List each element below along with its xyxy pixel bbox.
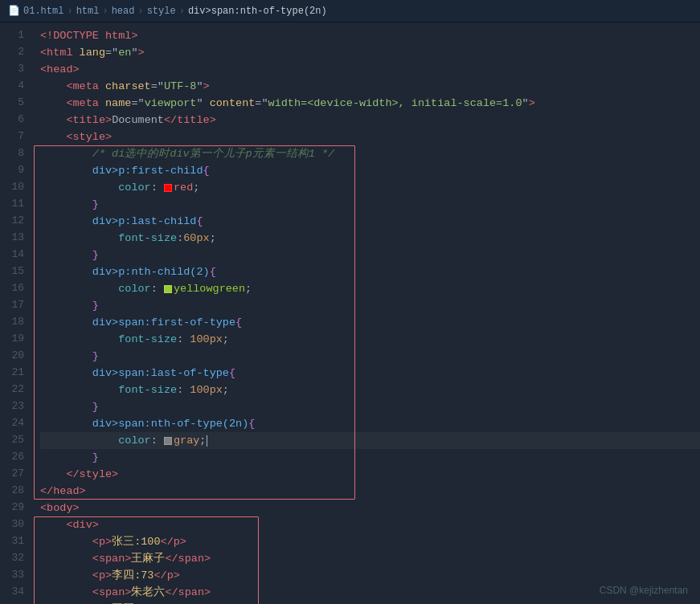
code-line-3: <head>: [40, 61, 700, 78]
code-line-25: color: gray;: [40, 432, 700, 449]
code-line-14: }: [40, 247, 700, 263]
code-line-8: /* di选中的时div第一个儿子p元素一结构1 */: [40, 145, 700, 162]
code-line-2: <html lang="en">: [40, 44, 700, 61]
code-line-22: font-size: 100px;: [40, 382, 700, 398]
code-line-26: }: [40, 449, 700, 466]
line-num-26: 26: [0, 449, 24, 466]
code-line-17: }: [40, 297, 700, 314]
code-line-24: div>span:nth-of-type(2n){: [40, 415, 700, 432]
doctype-tag: <!DOCTYPE html>: [40, 27, 138, 44]
line-num-9: 9: [0, 162, 24, 179]
line-num-35: 35: [0, 601, 24, 604]
line-num-2: 2: [0, 44, 24, 61]
code-line-28: </head>: [40, 483, 700, 500]
code-line-16: color: yellowgreen;: [40, 280, 700, 297]
code-line-33: <p>李四:73</p>: [40, 567, 700, 584]
line-numbers: 1 2 3 4 5 6 7 8 9 10 11 12 13 14 15 16 1…: [0, 22, 32, 604]
line-num-30: 30: [0, 516, 24, 533]
code-line-13: font-size:60px;: [40, 230, 700, 247]
code-line-9: div>p:first-child{: [40, 162, 700, 179]
code-line-18: div>span:first-of-type{: [40, 314, 700, 331]
code-line-20: }: [40, 348, 700, 365]
lang-attr: lang: [80, 44, 105, 61]
code-line-4: <meta charset="UTF-8">: [40, 78, 700, 95]
line-num-22: 22: [0, 382, 24, 398]
head-open: <head>: [40, 61, 80, 78]
line-num-29: 29: [0, 500, 24, 516]
breadcrumb-file: 01.html: [23, 6, 63, 17]
breadcrumb-sep1: ›: [67, 6, 72, 17]
line-num-7: 7: [0, 129, 24, 145]
line-num-11: 11: [0, 196, 24, 213]
code-line-30: <div>: [40, 516, 700, 533]
code-line-15: div>p:nth-child(2){: [40, 263, 700, 280]
code-line-21: div>span:last-of-type{: [40, 365, 700, 382]
color-swatch-yellowgreen: [164, 285, 172, 293]
color-swatch-gray: [164, 437, 172, 445]
line-num-28: 28: [0, 483, 24, 500]
line-num-12: 12: [0, 213, 24, 230]
line-num-25: 25: [0, 432, 24, 449]
code-line-29: <body>: [40, 500, 700, 516]
watermark: CSDN @kejizhentan: [600, 585, 688, 596]
code-line-27: </style>: [40, 466, 700, 483]
line-num-23: 23: [0, 398, 24, 415]
line-num-20: 20: [0, 348, 24, 365]
line-num-5: 5: [0, 95, 24, 112]
code-line-6: <title>Document</title>: [40, 112, 700, 129]
line-num-10: 10: [0, 179, 24, 196]
code-line-12: div>p:last-child{: [40, 213, 700, 230]
breadcrumb-sep4: ›: [179, 6, 185, 17]
line-num-6: 6: [0, 112, 24, 129]
breadcrumb-sep2: ›: [102, 6, 108, 17]
code-line-19: font-size: 100px;: [40, 331, 700, 348]
code-content[interactable]: <!DOCTYPE html> <html lang="en"> <head> …: [32, 22, 700, 604]
line-num-21: 21: [0, 365, 24, 382]
code-line-10: color: red;: [40, 179, 700, 196]
color-swatch-red: [164, 184, 172, 192]
code-line-11: }: [40, 196, 700, 213]
breadcrumb: 📄 01.html › html › head › style › div>sp…: [8, 5, 327, 17]
breadcrumb-selector: div>span:nth-of-type(2n): [188, 6, 327, 17]
code-line-5: <meta name="viewport" content="width=<de…: [40, 95, 700, 112]
line-num-3: 3: [0, 61, 24, 78]
line-num-1: 1: [0, 27, 24, 44]
editor-area: 1 2 3 4 5 6 7 8 9 10 11 12 13 14 15 16 1…: [0, 22, 700, 604]
line-num-18: 18: [0, 314, 24, 331]
code-line-1: <!DOCTYPE html>: [40, 27, 700, 44]
breadcrumb-head: head: [112, 6, 135, 17]
line-num-31: 31: [0, 533, 24, 550]
line-num-32: 32: [0, 550, 24, 567]
breadcrumb-html: html: [76, 6, 100, 17]
line-num-8: 8: [0, 145, 24, 162]
breadcrumb-style: style: [147, 6, 176, 17]
line-num-15: 15: [0, 263, 24, 280]
code-line-23: }: [40, 398, 700, 415]
line-num-16: 16: [0, 280, 24, 297]
file-icon: 📄: [8, 5, 20, 17]
code-line-32: <span>王麻子</span>: [40, 550, 700, 567]
line-num-17: 17: [0, 297, 24, 314]
title-bar: 📄 01.html › html › head › style › div>sp…: [0, 0, 700, 22]
code-line-31: <p>张三:100</p>: [40, 533, 700, 550]
line-num-24: 24: [0, 415, 24, 432]
line-num-19: 19: [0, 331, 24, 348]
line-num-27: 27: [0, 466, 24, 483]
line-num-13: 13: [0, 230, 24, 247]
code-line-7: <style>: [40, 129, 700, 145]
html-open: <html: [40, 44, 80, 61]
line-num-4: 4: [0, 78, 24, 95]
line-num-14: 14: [0, 247, 24, 263]
line-num-34: 34: [0, 584, 24, 601]
lang-value: en: [118, 44, 131, 61]
breadcrumb-sep3: ›: [137, 6, 143, 17]
code-line-35: <p>王五:62</p>: [40, 601, 700, 604]
text-cursor: [207, 435, 207, 447]
line-num-33: 33: [0, 567, 24, 584]
